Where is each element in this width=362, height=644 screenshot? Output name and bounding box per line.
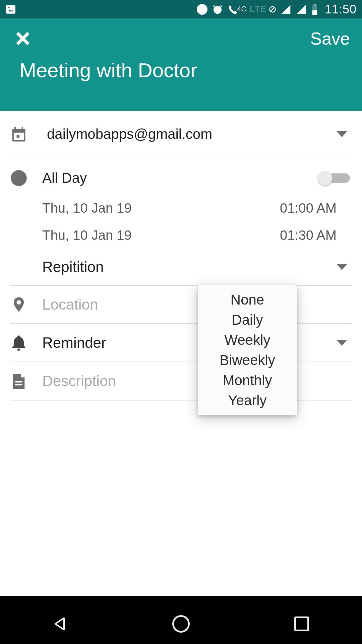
status-right: 4G LTE 11:50 [197,2,357,16]
status-bar: 4G LTE 11:50 [0,0,362,18]
start-time[interactable]: 01:00 AM [280,201,352,216]
time-section: All Day Thu, 10 Jan 19 01:00 AM Thu, 10 … [10,158,352,285]
svg-line-9 [213,5,215,7]
alarm-icon [212,4,223,15]
popup-option-yearly[interactable]: Yearly [198,390,297,411]
nav-bar [0,604,362,644]
popup-option-none[interactable]: None [198,290,297,310]
all-day-label: All Day [42,170,318,186]
svg-rect-22 [14,127,16,130]
signal-1-icon [281,4,291,15]
svg-point-28 [17,300,21,305]
repetition-label: Repitition [42,259,332,275]
no-data-icon [269,6,276,13]
form-content: dailymobapps@gmail.com All Day Thu, 10 J… [0,111,362,400]
close-button[interactable] [15,31,30,46]
chevron-down-icon [337,340,347,346]
svg-marker-13 [282,5,291,14]
popup-option-daily[interactable]: Daily [198,310,297,330]
clock-icon [10,169,27,187]
svg-rect-29 [17,348,20,351]
svg-rect-24 [17,135,20,138]
battery-icon [311,4,318,15]
nav-home-button[interactable] [169,612,193,636]
svg-point-5 [197,4,207,14]
call-4g-icon: 4G [228,5,247,14]
end-datetime-row: Thu, 10 Jan 19 01:30 AM [10,222,352,249]
chevron-down-icon [337,264,347,270]
chevron-down-icon [337,131,347,137]
end-time[interactable]: 01:30 AM [280,228,352,243]
location-pin-icon [10,296,27,313]
repetition-selector[interactable]: Repitition [10,249,352,285]
save-button[interactable]: Save [310,29,350,49]
svg-rect-31 [15,381,22,382]
location-input[interactable]: Location [10,286,352,323]
description-icon [10,372,27,390]
lte-label: LTE [250,4,266,14]
status-clock: 11:50 [325,2,357,16]
divider [10,400,352,400]
nav-back-button[interactable] [49,612,72,636]
ad-bar [0,596,362,604]
status-left [5,4,16,15]
all-day-toggle[interactable] [318,171,350,185]
description-input[interactable]: Description [10,362,352,400]
popup-option-monthly[interactable]: Monthly [198,370,297,390]
account-email: dailymobapps@gmail.com [42,126,332,142]
4g-label: 4G [237,5,247,13]
start-date[interactable]: Thu, 10 Jan 19 [42,201,280,216]
all-day-row: All Day [10,158,352,195]
svg-rect-17 [312,10,317,15]
location-placeholder: Location [42,296,352,313]
svg-rect-15 [314,4,316,5]
nav-recent-button[interactable] [290,612,313,636]
calendar-icon [10,125,27,143]
svg-rect-0 [6,5,15,13]
repetition-popup: None Daily Weekly Biweekly Monthly Yearl… [198,285,297,415]
signal-2-icon [296,4,307,15]
svg-rect-32 [15,384,22,385]
reminder-selector[interactable]: Reminder [10,324,352,362]
svg-marker-33 [55,618,64,630]
svg-line-10 [221,5,222,7]
svg-line-12 [271,8,274,11]
calendar-account-selector[interactable]: dailymobapps@gmail.com [10,111,352,158]
svg-marker-14 [297,5,306,14]
start-datetime-row: Thu, 10 Jan 19 01:00 AM [10,195,352,222]
svg-marker-30 [21,374,25,377]
bell-icon [10,334,27,352]
popup-option-biweekly[interactable]: Biweekly [198,350,297,370]
app-bar: Save Meeting with Doctor [0,18,362,111]
gallery-icon [5,4,16,15]
svg-point-2 [8,7,10,8]
description-placeholder: Description [42,373,352,389]
svg-rect-23 [22,127,23,130]
event-title-input[interactable]: Meeting with Doctor [0,59,362,82]
popup-option-weekly[interactable]: Weekly [198,330,297,350]
end-date[interactable]: Thu, 10 Jan 19 [42,228,280,243]
hotspot-icon [197,4,207,15]
